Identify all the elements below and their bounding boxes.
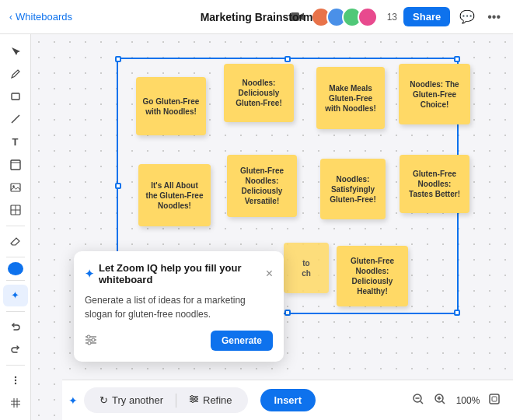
eraser-tool[interactable]	[3, 230, 28, 251]
svg-rect-5	[11, 184, 20, 191]
text-tool[interactable]: T	[3, 131, 28, 152]
selection-handle-br[interactable]	[454, 310, 460, 316]
svg-point-27	[191, 396, 194, 398]
ai-settings-icon[interactable]	[85, 334, 97, 348]
topbar: ‹ Whiteboards Marketing Brainstorm 13 Sh…	[0, 0, 513, 34]
fit-canvas-icon[interactable]	[488, 393, 501, 408]
selection-handle-bm[interactable]	[284, 310, 291, 316]
sticky-note-3[interactable]: Make Meals Gluten-Free with Noodles!	[316, 67, 385, 129]
selection-handle-tm[interactable]	[284, 56, 291, 62]
refine-icon	[189, 394, 199, 406]
svg-rect-1	[12, 93, 19, 100]
image-tool[interactable]	[3, 177, 28, 198]
avatar-group	[311, 7, 378, 27]
ai-close-button[interactable]: ×	[266, 268, 273, 280]
svg-point-11	[14, 376, 16, 378]
zoom-in-button[interactable]	[432, 391, 448, 409]
svg-point-28	[195, 398, 197, 401]
ai-bottom-icon: ✦	[68, 394, 78, 407]
svg-line-36	[442, 401, 445, 404]
sticky-note-7[interactable]: Noodles: Satisfyingly Gluten-Free!	[320, 159, 386, 219]
sticky-note-4[interactable]: Noodles: The Gluten-Free Choice!	[399, 64, 470, 124]
avatar	[358, 7, 378, 27]
svg-point-23	[88, 341, 91, 345]
sticky-note-partial[interactable]: toch	[284, 243, 329, 293]
table-tool[interactable]	[3, 199, 28, 220]
frame-tool[interactable]	[3, 154, 28, 175]
refresh-icon: ↻	[99, 394, 108, 406]
svg-line-2	[12, 115, 19, 123]
svg-marker-10	[11, 238, 19, 245]
ai-popup: ✦ Let Zoom IQ help you fill your whitebo…	[74, 251, 284, 362]
svg-point-29	[192, 401, 194, 403]
sticky-note-9[interactable]: Gluten-Free Noodles: Deliciously Healthy…	[337, 246, 408, 306]
participant-count: 13	[387, 12, 397, 23]
sticky-note-2[interactable]: Noodles: Deliciously Gluten-Free!	[224, 64, 294, 122]
more-options-icon[interactable]: •••	[484, 7, 504, 27]
whiteboard-title: Marketing Brainstorm	[201, 11, 313, 23]
zoom-level: 100%	[454, 395, 482, 406]
toolbar-separator-4	[6, 311, 25, 312]
sticky-note-8[interactable]: Gluten-Free Noodles: Tastes Better!	[400, 155, 469, 213]
svg-point-22	[92, 338, 95, 341]
ai-popup-title: ✦ Let Zoom IQ help you fill your whitebo…	[85, 262, 266, 285]
ai-tool[interactable]: ✦	[3, 285, 28, 306]
sticky-note-1[interactable]: Go Gluten-Free with Noodles!	[136, 77, 206, 135]
sticky-note-6[interactable]: Gluten-Free Noodles: Deliciously Versati…	[227, 155, 297, 217]
svg-point-6	[12, 185, 14, 187]
selection-handle-tl[interactable]	[115, 56, 121, 62]
zoom-out-button[interactable]	[410, 391, 426, 409]
svg-rect-37	[490, 394, 499, 404]
line-tool[interactable]	[3, 109, 28, 130]
canvas-area[interactable]: Go Gluten-Free with Noodles! Noodles: De…	[31, 34, 513, 420]
back-button[interactable]: Whiteboards	[16, 11, 72, 23]
ai-popup-footer: Generate	[85, 331, 273, 351]
refine-button[interactable]: Refine	[183, 391, 239, 409]
zoom-controls: 100%	[410, 391, 501, 409]
back-chevron-icon: ‹	[9, 12, 12, 23]
insert-button[interactable]: Insert	[260, 389, 316, 411]
main-area: T ✦	[0, 34, 513, 420]
ai-popup-header: ✦ Let Zoom IQ help you fill your whitebo…	[85, 262, 273, 285]
share-button[interactable]: Share	[403, 7, 450, 26]
bottom-actions: ↻ Try another	[84, 387, 248, 413]
undo-tool[interactable]	[3, 316, 28, 337]
svg-rect-38	[492, 397, 497, 401]
color-picker[interactable]	[8, 262, 23, 275]
svg-point-13	[14, 383, 16, 384]
redo-tool[interactable]	[3, 339, 28, 360]
svg-point-21	[87, 335, 90, 338]
svg-point-12	[14, 380, 16, 381]
cursor-tool[interactable]	[3, 40, 28, 61]
selection-handle-ml[interactable]	[115, 183, 121, 189]
toolbar-separator	[6, 226, 25, 226]
selection-handle-tr[interactable]	[454, 56, 460, 62]
sticky-note-5[interactable]: It's All About the Gluten-Free Noodles!	[138, 164, 211, 226]
bottom-bar: ✦ ↻ Try another	[62, 380, 513, 420]
svg-line-32	[421, 401, 423, 404]
more-tools[interactable]	[3, 370, 28, 391]
action-divider	[176, 394, 176, 408]
grid-tool[interactable]	[3, 393, 28, 414]
rectangle-tool[interactable]	[3, 86, 28, 107]
toolbar-separator-5	[6, 365, 25, 366]
ai-star-icon: ✦	[85, 268, 94, 280]
try-another-button[interactable]: ↻ Try another	[93, 391, 169, 409]
generate-button[interactable]: Generate	[211, 331, 273, 351]
left-toolbar: T ✦	[0, 34, 31, 420]
ai-popup-body: Generate a list of ideas for a marketing…	[85, 293, 273, 321]
toolbar-separator-3	[6, 280, 25, 281]
pen-tool[interactable]	[3, 63, 28, 84]
toolbar-separator-2	[6, 257, 25, 257]
chat-icon[interactable]: 💬	[456, 6, 478, 27]
svg-rect-3	[11, 160, 20, 170]
